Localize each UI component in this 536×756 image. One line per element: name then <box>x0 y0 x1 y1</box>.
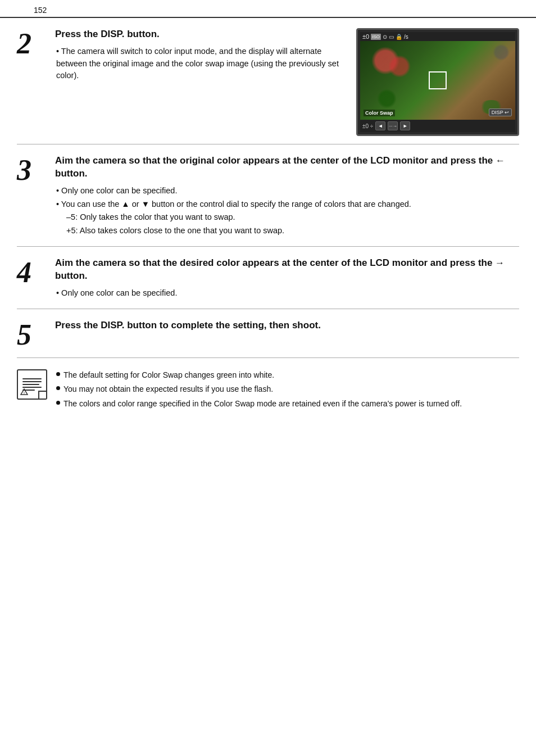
lcd-top-icons: ±0 ISO ⊙ ▭ 🔒 /s <box>362 33 408 40</box>
lcd-bottom-bar: ±0 ÷ ◄ ···→ ► <box>360 120 515 132</box>
step-row-3: 3 Aim the camera so that the original co… <box>17 144 519 247</box>
note-line-2 <box>22 381 42 382</box>
note-line-4 <box>22 387 42 388</box>
step-2-body: • The camera will switch to color input … <box>55 46 348 82</box>
step-row-2: 2 Press the DISP. button. • The camera w… <box>17 18 519 144</box>
lcd-ev-bottom: ±0 ÷ <box>362 123 373 129</box>
lcd-left-btn: ◄ <box>375 121 385 130</box>
step-number-5: 5 <box>17 319 51 350</box>
step-4-heading: Aim the camera so that the desired color… <box>55 257 519 283</box>
lcd-map-btn: ···→ <box>388 121 398 130</box>
step-4-bullet-1: • Only one color can be specified. <box>56 287 519 300</box>
note-icon-corner <box>38 391 46 399</box>
steps-container: 2 Press the DISP. button. • The camera w… <box>0 18 536 358</box>
step-number-4: 4 <box>17 257 51 287</box>
step-content-4: Aim the camera so that the desired color… <box>51 257 519 301</box>
note-dot-2 <box>56 386 60 390</box>
note-text-3: The colors and color range specified in … <box>63 398 462 410</box>
step-3-sub-bullet-2: +5: Also takes colors close to the one t… <box>66 225 519 237</box>
lcd-center-focus-box <box>429 71 447 89</box>
lcd-rect-icon: ▭ <box>389 34 394 40</box>
flower-3 <box>493 44 510 61</box>
step-content-3: Aim the camera so that the original colo… <box>51 155 519 238</box>
note-line-1 <box>22 378 42 379</box>
lcd-image-area: Color Swap DISP ↩ <box>360 41 515 120</box>
lcd-speed-icon: /s <box>404 34 408 40</box>
step-2-heading: Press the DISP. button. <box>55 28 348 41</box>
step-content-2: Press the DISP. button. • The camera wil… <box>51 28 519 136</box>
lcd-color-swap-label: Color Swap <box>364 110 395 116</box>
note-item-3: The colors and color range specified in … <box>56 398 519 410</box>
step-content-5: Press the DISP. button to complete the s… <box>51 319 519 337</box>
lcd-top-bar: ±0 ISO ⊙ ▭ 🔒 /s <box>360 32 515 41</box>
step-3-heading: Aim the camera so that the original colo… <box>55 155 519 180</box>
lcd-disp-button-indicator: DISP ↩ <box>489 108 512 116</box>
lcd-play-btn: ► <box>400 121 410 130</box>
step-2-bullet-1: • The camera will switch to color input … <box>56 46 348 82</box>
flower-2 <box>388 55 411 78</box>
step-number-2: 2 <box>17 28 51 58</box>
lcd-ev-icon: ±0 <box>362 33 369 40</box>
notes-text: The default setting for Color Swap chang… <box>56 369 519 413</box>
note-dot-1 <box>56 372 60 376</box>
lcd-func-icon: ⊙ <box>383 34 387 40</box>
step-number-3: 3 <box>17 155 51 185</box>
lcd-bottom-icons: ±0 ÷ ◄ ···→ ► <box>362 121 410 130</box>
lcd-lock-icon: 🔒 <box>396 34 402 40</box>
step-3-bullet-1: • Only one color can be specified. <box>56 185 519 197</box>
step-3-body: • Only one color can be specified. • You… <box>55 185 519 237</box>
camera-lcd-image: ±0 ISO ⊙ ▭ 🔒 /s <box>356 28 519 136</box>
page-number: 152 <box>0 0 536 18</box>
note-line-3 <box>22 384 39 385</box>
step-3-sub-bullet-1: –5: Only takes the color that you want t… <box>66 211 519 224</box>
notes-section: ! The default setting for Color Swap cha… <box>0 358 536 424</box>
step-3-bullet-2: • You can use the ▲ or ▼ button or the c… <box>56 198 519 211</box>
leaf-1 <box>377 89 397 108</box>
note-text-2: You may not obtain the expected results … <box>63 383 273 396</box>
step-5-heading: Press the DISP. button to complete the s… <box>55 319 519 332</box>
step-4-body: • Only one color can be specified. <box>55 287 519 300</box>
svg-text:!: ! <box>24 391 25 395</box>
step-row-4: 4 Aim the camera so that the desired col… <box>17 247 519 309</box>
note-text-1: The default setting for Color Swap chang… <box>63 369 274 382</box>
warning-triangle-icon: ! <box>20 388 28 396</box>
note-item-1: The default setting for Color Swap chang… <box>56 369 519 382</box>
note-dot-3 <box>56 401 60 405</box>
lcd-iso-icon: ISO <box>371 34 381 40</box>
note-icon: ! <box>17 369 47 400</box>
note-item-2: You may not obtain the expected results … <box>56 383 519 396</box>
step-row-5: 5 Press the DISP. button to complete the… <box>17 309 519 358</box>
